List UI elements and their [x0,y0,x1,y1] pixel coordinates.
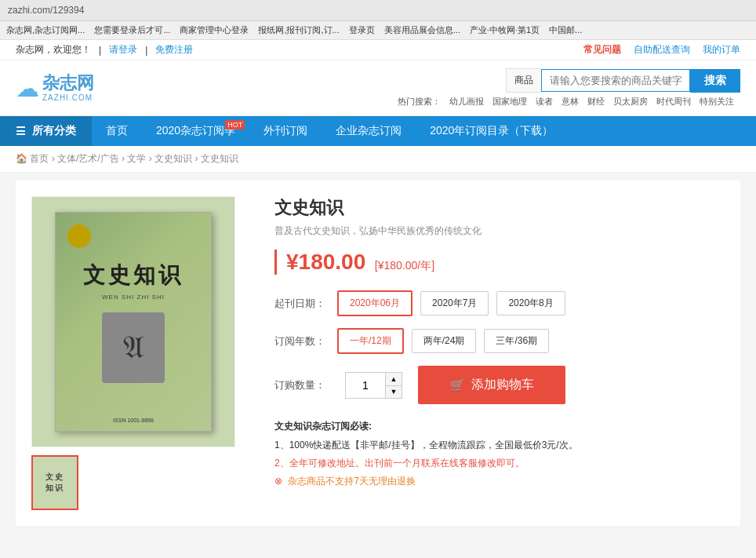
product-price: ¥180.00 [286,250,365,274]
search-button[interactable]: 搜索 [690,69,740,93]
site-welcome: 杂志网，欢迎您！ [16,43,91,57]
year-option-row: 订阅年数： 一年/12期 两年/24期 三年/36期 [274,328,725,354]
breadcrumb-cat1[interactable]: 文体/艺术/广告 [57,153,119,164]
search-category-dropdown[interactable]: 商品 [506,68,541,93]
cart-icon: 🛒 [449,377,465,392]
product-description: 普及古代文史知识，弘扬中华民族优秀的传统文化 [274,224,725,238]
orders-link[interactable]: 我的订单 [703,43,740,57]
warning-icon: ⊗ [274,476,282,487]
thumbnail-0[interactable]: 文史知识 [31,455,78,510]
hot-item-4[interactable]: 财经 [587,97,605,106]
hot-search: 热门搜索： 幼儿画报 国家地理 读者 意林 财经 贝太厨房 时代周刊 特别关注 [398,96,741,108]
quantity-row: 订购数量： ▲ ▼ 🛒 添加购物车 [274,366,725,404]
top-nav: 杂志网，欢迎您！ | 请登录 | 免费注册 常见问题 自助配送查询 我的订单 [0,40,756,60]
year-option-0[interactable]: 一年/12期 [337,328,404,354]
nav-home[interactable]: 首页 [92,116,142,146]
hot-item-1[interactable]: 国家地理 [492,97,527,106]
nav-catalog[interactable]: 2020年订阅目录（下载） [416,116,567,146]
qty-arrows: ▲ ▼ [385,373,402,398]
qty-up-button[interactable]: ▲ [386,373,402,385]
product-main-image: 文史知识 WEN SHI ZHI SHI 𝔄 ISSN 1001-9898 [31,196,235,447]
bookmark-6[interactable]: 产业·中牧网·第1页 [470,24,540,36]
book-ornament: 𝔄 [102,312,165,383]
logo[interactable]: ☁ 杂志网 ZAZHI.COM [16,74,94,101]
breadcrumb-home[interactable]: 🏠 首页 [16,153,49,164]
book-seal [67,224,91,248]
logo-cloud-icon: ☁ [16,75,39,102]
start-date-0[interactable]: 2020年06月 [337,290,413,316]
all-categories-button[interactable]: ☰ 所有分类 [0,116,92,146]
main-nav: ☰ 所有分类 首页 2020杂志订阅季 HOT 外刊订阅 企业杂志订阅 2020… [0,116,756,146]
hamburger-icon: ☰ [16,125,26,137]
all-categories-label: 所有分类 [32,124,76,138]
price-area: ¥180.00 [¥180.00/年] [274,250,725,275]
book-cover: 文史知识 WEN SHI ZHI SHI 𝔄 ISSN 1001-9898 [55,212,212,432]
notes-item-1: 2、全年可修改地址。出刊前一个月联系在线客服修改即可。 [274,456,725,471]
book-title-pinyin: WEN SHI ZHI SHI [102,294,165,301]
year-option-2[interactable]: 三年/36期 [484,329,549,353]
thumbnail-row: 文史知识 [31,455,251,510]
book-title-cn: 文史知识 [83,261,184,290]
product-info: 文史知识 普及古代文史知识，弘扬中华民族优秀的传统文化 ¥180.00 [¥18… [274,196,725,510]
start-date-row: 起刊日期： 2020年06月 2020年7月 2020年8月 [274,290,725,316]
bookmarks-bar: 杂志网,杂志订阅网... 您需要登录后才可... 商家管理中心登录 报纸网,报刊… [0,21,756,40]
bookmark-1[interactable]: 您需要登录后才可... [94,24,170,36]
bookmark-7[interactable]: 中国邮... [549,24,582,36]
hot-badge: HOT [225,120,245,129]
breadcrumb-cat2[interactable]: 文学 [127,153,146,164]
book-ornament-glyph: 𝔄 [123,330,144,366]
hot-item-3[interactable]: 意林 [562,97,579,106]
qty-label: 订购数量： [274,378,329,392]
hot-item-6[interactable]: 时代周刊 [656,97,691,106]
book-isbn: ISSN 1001-9898 [113,418,154,423]
year-option-1[interactable]: 两年/24期 [412,329,477,353]
nav-2020-season[interactable]: 2020杂志订阅季 HOT [142,116,249,146]
nav-separator: | [99,45,101,56]
breadcrumb-cat3[interactable]: 文史知识 [154,153,192,164]
nav-links: 首页 2020杂志订阅季 HOT 外刊订阅 企业杂志订阅 2020年订阅目录（下… [92,116,567,146]
faq-link[interactable]: 常见问题 [583,43,621,57]
bookmark-0[interactable]: 杂志网,杂志订阅网... [6,24,85,36]
product-page: 文史知识 WEN SHI ZHI SHI 𝔄 ISSN 1001-9898 文史… [16,181,740,526]
header: ☁ 杂志网 ZAZHI.COM 商品 搜索 热门搜索： 幼儿画报 国家地理 读者… [0,60,756,116]
delivery-link[interactable]: 自助配送查询 [634,43,690,57]
qty-down-button[interactable]: ▼ [386,385,402,398]
bookmark-3[interactable]: 报纸网,报刊订阅,订... [258,24,339,36]
hot-item-0[interactable]: 幼儿画报 [449,97,484,106]
notes-section: 文史知识杂志订阅必读: 1、100%快递配送【非平邮/挂号】，全程物流跟踪，全国… [274,420,725,490]
hot-item-5[interactable]: 贝太厨房 [613,97,648,106]
search-area: 商品 搜索 [506,68,740,93]
start-date-label: 起刊日期： [274,297,329,311]
year-option-label: 订阅年数： [274,334,329,348]
hot-item-7[interactable]: 特别关注 [700,97,734,106]
qty-input-wrap: ▲ ▼ [345,372,402,399]
nav-enterprise[interactable]: 企业杂志订阅 [322,116,416,146]
start-date-1[interactable]: 2020年7月 [420,291,489,315]
login-link[interactable]: 请登录 [109,43,137,57]
nav-separator2: | [145,45,147,56]
nav-foreign[interactable]: 外刊订阅 [249,116,322,146]
breadcrumb: 🏠 首页 › 文体/艺术/广告 › 文学 › 文史知识 › 文史知识 [0,146,756,173]
bookmark-2[interactable]: 商家管理中心登录 [180,24,249,36]
product-price-per-year: [¥180.00/年] [375,259,434,272]
logo-text-line1: 杂志网 [42,74,94,93]
register-link[interactable]: 免费注册 [155,43,193,57]
add-cart-label: 添加购物车 [471,377,534,393]
notes-item-0: 1、100%快递配送【非平邮/挂号】，全程物流跟踪，全国最低价3元/次。 [274,438,725,453]
breadcrumb-current: 文史知识 [201,153,238,164]
product-images: 文史知识 WEN SHI ZHI SHI 𝔄 ISSN 1001-9898 文史… [31,196,251,510]
hot-item-2[interactable]: 读者 [536,97,553,106]
bookmark-4[interactable]: 登录页 [349,24,375,36]
notes-warning-text: 杂志商品不支持7天无理由退换 [288,476,416,487]
notes-title: 文史知识杂志订阅必读: [274,420,725,433]
add-to-cart-button[interactable]: 🛒 添加购物车 [418,366,565,404]
notes-item-2: ⊗ 杂志商品不支持7天无理由退换 [274,474,725,489]
bookmark-5[interactable]: 美容用品展会信息... [384,24,460,36]
browser-url-bar: zazhi.com/129394 [0,0,756,21]
quantity-input[interactable] [346,375,385,396]
product-title: 文史知识 [274,196,725,220]
start-date-2[interactable]: 2020年8月 [496,291,565,315]
top-nav-right: 常见问题 自助配送查询 我的订单 [583,43,740,57]
search-input[interactable] [541,69,690,92]
logo-text-line2: ZAZHI.COM [42,93,94,102]
